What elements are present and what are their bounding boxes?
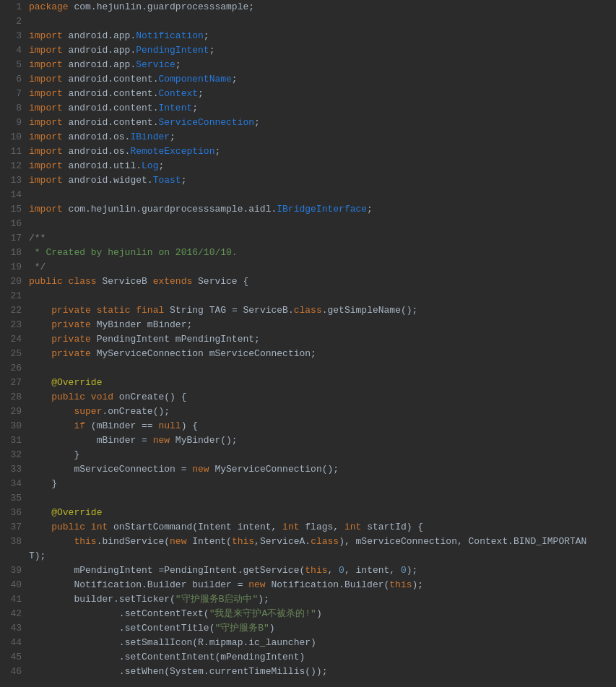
code-line: 46 .setWhen(System.currentTimeMillis()); bbox=[0, 665, 616, 679]
line-number: 35 bbox=[0, 491, 29, 506]
code-line: 43 .setContentTitle("守护服务B") bbox=[0, 621, 616, 636]
line-number: 7 bbox=[0, 87, 29, 101]
line-number: 9 bbox=[0, 116, 29, 130]
line-content: Notification.Builder builder = new Notif… bbox=[29, 578, 616, 592]
line-number: 11 bbox=[0, 144, 29, 159]
code-line: 37 public int onStartCommand(Intent inte… bbox=[0, 520, 616, 535]
line-number: 23 bbox=[0, 318, 29, 332]
line-content: public int onStartCommand(Intent intent,… bbox=[29, 520, 616, 535]
code-editor: 1package com.hejunlin.guardprocesssample… bbox=[0, 0, 616, 679]
line-content: import android.widget.Toast; bbox=[29, 173, 616, 188]
line-number: 36 bbox=[0, 506, 29, 520]
code-line: 23 private MyBinder mBinder; bbox=[0, 318, 616, 332]
line-content: if (mBinder == null) { bbox=[29, 419, 616, 433]
line-content: mPendingIntent =PendingIntent.getService… bbox=[29, 563, 616, 578]
line-number: 15 bbox=[0, 202, 29, 217]
code-line: 31 mBinder = new MyBinder(); bbox=[0, 433, 616, 448]
line-content: package com.hejunlin.guardprocesssample; bbox=[29, 0, 616, 14]
code-line: 21 bbox=[0, 289, 616, 303]
code-line: 44 .setSmallIcon(R.mipmap.ic_launcher) bbox=[0, 636, 616, 650]
line-number: 17 bbox=[0, 231, 29, 246]
line-content bbox=[29, 289, 616, 303]
line-number: 31 bbox=[0, 433, 29, 448]
line-content: private MyBinder mBinder; bbox=[29, 318, 616, 332]
code-line: 29 super.onCreate(); bbox=[0, 405, 616, 419]
code-line: 4import android.app.PendingIntent; bbox=[0, 43, 616, 58]
code-line: 10import android.os.IBinder; bbox=[0, 130, 616, 144]
line-number: 21 bbox=[0, 289, 29, 303]
code-line: 6import android.content.ComponentName; bbox=[0, 72, 616, 87]
line-number: 20 bbox=[0, 275, 29, 289]
line-content: */ bbox=[29, 260, 616, 275]
code-line: 16 bbox=[0, 217, 616, 231]
line-content: @Override bbox=[29, 506, 616, 520]
code-line: 24 private PendingIntent mPendingIntent; bbox=[0, 332, 616, 347]
line-content: import android.os.RemoteException; bbox=[29, 144, 616, 159]
line-content: super.onCreate(); bbox=[29, 405, 616, 419]
code-line: 3import android.app.Notification; bbox=[0, 29, 616, 43]
line-content: public void onCreate() { bbox=[29, 390, 616, 405]
code-line: 30 if (mBinder == null) { bbox=[0, 419, 616, 433]
code-line: 27 @Override bbox=[0, 376, 616, 390]
line-number: 2 bbox=[0, 14, 29, 29]
code-line: 8import android.content.Intent; bbox=[0, 101, 616, 116]
line-content: import android.content.ServiceConnection… bbox=[29, 116, 616, 130]
line-content: mBinder = new MyBinder(); bbox=[29, 433, 616, 448]
line-content: } bbox=[29, 448, 616, 462]
line-content: import android.content.Context; bbox=[29, 87, 616, 101]
line-number: 38 bbox=[0, 535, 29, 549]
line-content bbox=[29, 217, 616, 231]
line-number: 28 bbox=[0, 390, 29, 405]
line-content: import android.app.Service; bbox=[29, 58, 616, 72]
line-content: private static final String TAG = Servic… bbox=[29, 303, 616, 318]
code-line: 17/** bbox=[0, 231, 616, 246]
line-number: 24 bbox=[0, 332, 29, 347]
line-number: 44 bbox=[0, 636, 29, 650]
line-number: 30 bbox=[0, 419, 29, 433]
line-number: 33 bbox=[0, 462, 29, 477]
code-line: 32 } bbox=[0, 448, 616, 462]
line-number: 25 bbox=[0, 347, 29, 361]
line-content: .setContentText("我是来守护A不被杀的!") bbox=[29, 607, 616, 621]
code-line: 22 private static final String TAG = Ser… bbox=[0, 303, 616, 318]
line-content: mServiceConnection = new MyServiceConnec… bbox=[29, 462, 616, 477]
code-line: 41 builder.setTicker("守护服务B启动中"); bbox=[0, 592, 616, 607]
line-number: 19 bbox=[0, 260, 29, 275]
code-line: 26 bbox=[0, 361, 616, 376]
code-line: 35 bbox=[0, 491, 616, 506]
code-line: 34 } bbox=[0, 477, 616, 491]
line-number: 6 bbox=[0, 72, 29, 87]
line-content: this.bindService(new Intent(this,Service… bbox=[29, 535, 616, 549]
line-content: .setContentIntent(mPendingIntent) bbox=[29, 650, 616, 665]
line-number: 40 bbox=[0, 578, 29, 592]
line-number: 32 bbox=[0, 448, 29, 462]
line-content: private PendingIntent mPendingIntent; bbox=[29, 332, 616, 347]
code-line: T); bbox=[0, 549, 616, 563]
line-content: private MyServiceConnection mServiceConn… bbox=[29, 347, 616, 361]
line-content: import android.app.Notification; bbox=[29, 29, 616, 43]
line-number: 18 bbox=[0, 246, 29, 260]
code-line: 2 bbox=[0, 14, 616, 29]
line-number: 16 bbox=[0, 217, 29, 231]
code-line: 12import android.util.Log; bbox=[0, 159, 616, 173]
line-number: 1 bbox=[0, 0, 29, 14]
line-content: T); bbox=[29, 549, 616, 563]
line-number: 29 bbox=[0, 405, 29, 419]
code-line: 18 * Created by hejunlin on 2016/10/10. bbox=[0, 246, 616, 260]
line-content bbox=[29, 361, 616, 376]
line-content: builder.setTicker("守护服务B启动中"); bbox=[29, 592, 616, 607]
code-line: 1package com.hejunlin.guardprocesssample… bbox=[0, 0, 616, 14]
line-number: 5 bbox=[0, 58, 29, 72]
line-number: 26 bbox=[0, 361, 29, 376]
line-content: * Created by hejunlin on 2016/10/10. bbox=[29, 246, 616, 260]
line-content: import android.app.PendingIntent; bbox=[29, 43, 616, 58]
line-content: import android.content.Intent; bbox=[29, 101, 616, 116]
code-line: 7import android.content.Context; bbox=[0, 87, 616, 101]
line-number: 4 bbox=[0, 43, 29, 58]
line-number: 43 bbox=[0, 621, 29, 636]
line-number: 27 bbox=[0, 376, 29, 390]
line-number: 39 bbox=[0, 563, 29, 578]
line-number: 8 bbox=[0, 101, 29, 116]
line-content: .setWhen(System.currentTimeMillis()); bbox=[29, 665, 616, 679]
code-line: 45 .setContentIntent(mPendingIntent) bbox=[0, 650, 616, 665]
